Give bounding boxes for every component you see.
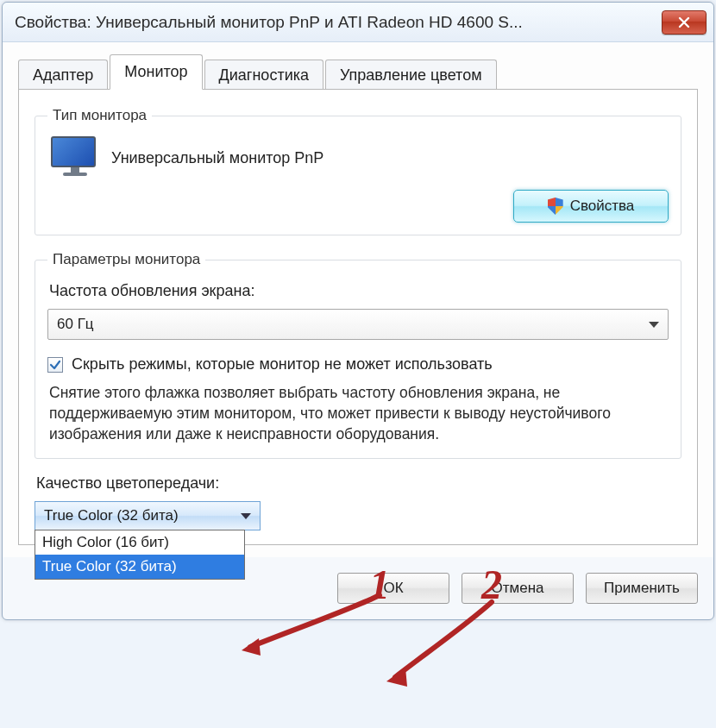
color-quality-label: Качество цветопередачи: <box>36 474 681 493</box>
chevron-down-icon <box>241 513 251 519</box>
check-icon <box>49 359 61 371</box>
monitor-settings-group: Параметры монитора Частота обновления эк… <box>35 251 681 459</box>
refresh-rate-value: 60 Гц <box>57 316 94 333</box>
tab-strip: Адаптер Монитор Диагностика Управление ц… <box>18 54 698 90</box>
monitor-type-legend: Тип монитора <box>47 107 152 124</box>
color-quality-dropdown-list: High Color (16 бит) True Color (32 бита) <box>35 530 245 580</box>
color-quality-select[interactable]: True Color (32 бита) <box>35 501 261 530</box>
color-option-16bit[interactable]: High Color (16 бит) <box>35 530 244 555</box>
color-quality-value: True Color (32 бита) <box>44 507 179 524</box>
refresh-rate-label: Частота обновления экрана: <box>49 282 669 300</box>
close-button[interactable] <box>662 10 707 35</box>
window-title: Свойства: Универсальный монитор PnP и AT… <box>15 13 523 32</box>
properties-button-label: Свойства <box>570 198 635 215</box>
shield-icon <box>548 198 563 215</box>
tab-panel-monitor: Тип монитора Универсальный монитор PnP С… <box>18 89 698 545</box>
svg-marker-0 <box>242 638 261 656</box>
monitor-device-name: Универсальный монитор PnP <box>111 149 323 167</box>
color-option-32bit[interactable]: True Color (32 бита) <box>35 555 244 579</box>
tab-monitor[interactable]: Монитор <box>110 54 202 90</box>
close-icon <box>677 16 691 29</box>
monitor-type-group: Тип монитора Универсальный монитор PnP С… <box>35 107 681 235</box>
color-quality-section: Качество цветопередачи: True Color (32 б… <box>35 474 681 530</box>
hide-modes-label: Скрыть режимы, которые монитор не может … <box>72 355 493 373</box>
tab-color-management[interactable]: Управление цветом <box>325 60 497 91</box>
tab-adapter[interactable]: Адаптер <box>18 60 108 91</box>
hide-modes-checkbox[interactable] <box>47 357 63 373</box>
monitor-icon <box>51 136 99 179</box>
hide-modes-description: Снятие этого флажка позволяет выбрать ча… <box>49 382 667 444</box>
tab-diagnostics[interactable]: Диагностика <box>204 60 323 91</box>
svg-marker-1 <box>386 668 407 687</box>
properties-button[interactable]: Свойства <box>513 190 669 223</box>
properties-dialog: Свойства: Универсальный монитор PnP и AT… <box>2 2 714 620</box>
ok-button[interactable]: ОК <box>337 573 449 604</box>
titlebar[interactable]: Свойства: Универсальный монитор PnP и AT… <box>3 3 713 42</box>
apply-button[interactable]: Применить <box>586 573 698 604</box>
chevron-down-icon <box>649 322 659 328</box>
cancel-button[interactable]: Отмена <box>462 573 574 604</box>
monitor-settings-legend: Параметры монитора <box>47 251 205 268</box>
client-area: Адаптер Монитор Диагностика Управление ц… <box>3 42 713 557</box>
refresh-rate-select[interactable]: 60 Гц <box>47 309 669 340</box>
